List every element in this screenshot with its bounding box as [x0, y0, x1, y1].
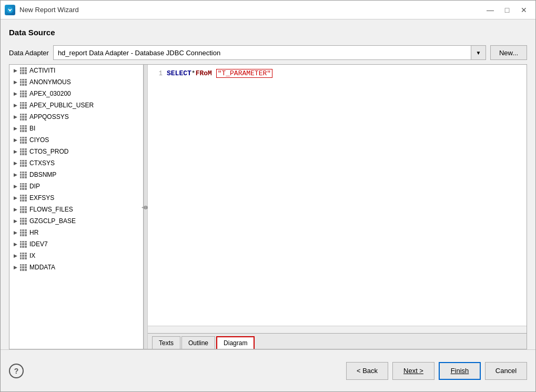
tree-item-label: APEX_PUBLIC_USER — [29, 102, 94, 109]
maximize-button[interactable]: □ — [500, 4, 514, 16]
tab-texts[interactable]: Texts — [152, 336, 180, 349]
tree-item[interactable]: ▶ DIP — [9, 180, 143, 192]
sql-line-1: 1 SELECT * FRoM "T_PARAMETER" — [152, 69, 522, 78]
cancel-button[interactable]: Cancel — [485, 362, 527, 380]
from-keyword: FRoM — [196, 69, 212, 77]
tree-item-label: GZGCLP_BASE — [29, 217, 76, 225]
table-icon — [19, 205, 27, 214]
sql-horizontal-scrollbar[interactable] — [148, 326, 527, 333]
tree-item-label: DBSNMP — [29, 171, 56, 178]
tree-item[interactable]: ▶ IX — [9, 250, 143, 262]
tree-panel: ▶ ACTIVITI ▶ ANONYMOUS ▶ APEX_0 — [9, 65, 144, 349]
tree-chevron-icon: ▶ — [12, 159, 19, 167]
sql-panel: 1 SELECT * FRoM "T_PARAMETER" — [148, 65, 527, 349]
help-button[interactable]: ? — [9, 364, 24, 378]
tree-item[interactable]: ▶ IDEV7 — [9, 238, 143, 250]
title-bar: New Report Wizard — □ ✕ — [1, 1, 535, 19]
close-button[interactable]: ✕ — [517, 4, 531, 16]
table-icon — [19, 194, 27, 202]
new-adapter-button[interactable]: New... — [490, 45, 527, 60]
table-icon — [19, 170, 27, 179]
table-icon — [19, 263, 27, 272]
back-button[interactable]: < Back — [346, 362, 388, 380]
table-icon — [19, 159, 27, 167]
tree-chevron-icon: ▶ — [12, 206, 19, 213]
tree-item-label: MDDATA — [29, 264, 55, 271]
tree-item[interactable]: ▶ BI — [9, 123, 143, 134]
tree-item[interactable]: ▶ ACTIVITI — [9, 65, 143, 76]
tabs-row: TextsOutlineDiagram — [148, 333, 527, 349]
main-panel: ▶ ACTIVITI ▶ ANONYMOUS ▶ APEX_0 — [9, 64, 527, 349]
finish-button[interactable]: Finish — [439, 362, 481, 380]
tree-chevron-icon: ▶ — [12, 217, 19, 225]
tree-item[interactable]: ▶ CTOS_PROD — [9, 146, 143, 157]
tree-item-label: ANONYMOUS — [29, 78, 71, 86]
tree-item-label: IX — [29, 252, 35, 259]
table-icon — [19, 124, 27, 133]
tree-chevron-icon: ▶ — [12, 252, 19, 259]
tree-item[interactable]: ▶ APEX_PUBLIC_USER — [9, 99, 143, 111]
window-title: New Report Wizard — [19, 6, 483, 14]
tree-item[interactable]: ▶ DBSNMP — [9, 169, 143, 180]
table-icon — [19, 147, 27, 156]
next-label: Next > — [403, 367, 423, 375]
footer: ? < Back Next > Finish Cancel — [1, 349, 535, 391]
tree-chevron-icon: ▶ — [12, 102, 19, 109]
tab-diagram[interactable]: Diagram — [216, 336, 255, 349]
tree-chevron-icon: ▶ — [12, 183, 19, 190]
tree-item[interactable]: ▶ HR — [9, 227, 143, 238]
tree-chevron-icon: ▶ — [12, 194, 19, 202]
tree-chevron-icon: ▶ — [12, 78, 19, 86]
sql-star: * — [191, 69, 196, 77]
tree-item-label: ACTIVITI — [29, 67, 55, 74]
select-keyword: SELECT — [167, 69, 191, 77]
next-button[interactable]: Next > — [392, 362, 434, 380]
tree-item[interactable]: ▶ CTXSYS — [9, 157, 143, 169]
table-icon — [19, 240, 27, 248]
line-number: 1 — [152, 70, 163, 77]
tree-item[interactable]: ▶ ANONYMOUS — [9, 76, 143, 88]
tree-chevron-icon: ▶ — [12, 240, 19, 248]
tree-item-label: EXFSYS — [29, 194, 54, 202]
adapter-dropdown-arrow[interactable]: ▼ — [471, 45, 486, 60]
table-icon — [19, 252, 27, 260]
main-content: Data Source Data Adapter hd_report Data … — [1, 19, 535, 349]
tree-chevron-icon: ▶ — [12, 90, 19, 97]
tree-item[interactable]: ▶ APEX_030200 — [9, 88, 143, 99]
tree-list[interactable]: ▶ ACTIVITI ▶ ANONYMOUS ▶ APEX_0 — [9, 65, 143, 349]
window-controls: — □ ✕ — [483, 4, 531, 16]
table-icon — [19, 136, 27, 144]
tree-item-label: CTOS_PROD — [29, 148, 68, 155]
tree-item-label: BI — [29, 125, 35, 132]
footer-right: < Back Next > Finish Cancel — [346, 362, 527, 380]
tree-item[interactable]: ▶ MDDATA — [9, 262, 143, 273]
sql-editor[interactable]: 1 SELECT * FRoM "T_PARAMETER" — [148, 65, 527, 326]
tree-chevron-icon: ▶ — [12, 264, 19, 271]
tree-chevron-icon: ▶ — [12, 125, 19, 132]
tree-chevron-icon: ▶ — [12, 113, 19, 120]
finish-label: Finish — [451, 367, 469, 375]
table-name: "T_PARAMETER" — [216, 69, 272, 78]
table-icon — [19, 228, 27, 237]
main-window: New Report Wizard — □ ✕ Data Source Data… — [0, 0, 536, 392]
page-title: Data Source — [9, 28, 527, 37]
table-icon — [19, 113, 27, 121]
tree-chevron-icon: ▶ — [12, 148, 19, 155]
panel-splitter[interactable]: ◀▶ — [144, 65, 148, 349]
tree-item[interactable]: ▶ APPQOSSYS — [9, 111, 143, 123]
app-icon — [5, 5, 15, 15]
minimize-button[interactable]: — — [483, 4, 498, 16]
tree-item[interactable]: ▶ GZGCLP_BASE — [9, 215, 143, 227]
tree-item-label: APEX_030200 — [29, 90, 71, 97]
tree-item[interactable]: ▶ CIYOS — [9, 134, 143, 146]
table-icon — [19, 78, 27, 86]
table-icon — [19, 66, 27, 75]
tree-item[interactable]: ▶ EXFSYS — [9, 192, 143, 204]
tree-item-label: CIYOS — [29, 136, 49, 144]
tree-item[interactable]: ▶ FLOWS_FILES — [9, 204, 143, 215]
adapter-select[interactable]: hd_report Data Adapter - Database JDBC C… — [53, 45, 471, 60]
tree-item-label: IDEV7 — [29, 240, 48, 248]
tree-item-label: HR — [29, 229, 38, 236]
adapter-label: Data Adapter — [9, 49, 49, 57]
tab-outline[interactable]: Outline — [181, 336, 215, 349]
